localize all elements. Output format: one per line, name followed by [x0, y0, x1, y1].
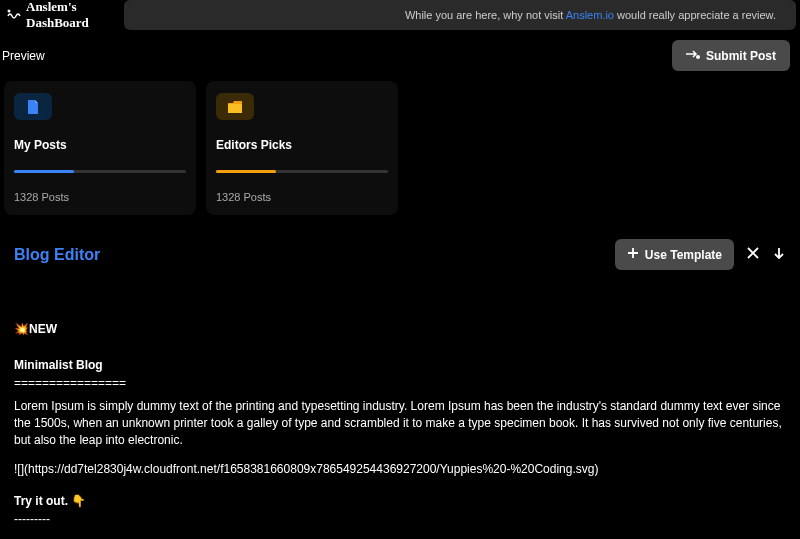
svg-rect-2: [228, 104, 242, 113]
notice-banner: While you are here, why not visit Anslem…: [124, 0, 796, 30]
logo-icon: [6, 6, 22, 24]
editor-title: Blog Editor: [14, 246, 100, 264]
svg-point-0: [8, 10, 11, 13]
plus-icon: [627, 247, 639, 262]
logo-text: Anslem's DashBoard: [26, 0, 124, 31]
editor-content[interactable]: 💥NEW Minimalist Blog ================ Lo…: [14, 320, 786, 539]
banner-link[interactable]: Anslem.io: [566, 9, 614, 21]
image-markdown: ![](https://dd7tel2830j4w.cloudfront.net…: [14, 460, 786, 478]
post-count: 1328 Posts: [216, 191, 388, 203]
use-template-button[interactable]: Use Template: [615, 239, 734, 270]
my-posts-card[interactable]: My Posts 1328 Posts: [4, 81, 196, 215]
blog-editor-panel: Blog Editor Use Template 💥NEW Minimalist…: [4, 229, 796, 539]
app-logo[interactable]: Anslem's DashBoard: [0, 0, 124, 31]
editors-picks-card[interactable]: Editors Picks 1328 Posts: [206, 81, 398, 215]
arrow-down-icon[interactable]: [772, 246, 786, 263]
submit-post-button[interactable]: Submit Post: [672, 40, 790, 71]
file-icon: [14, 93, 52, 120]
new-badge: 💥NEW: [14, 320, 786, 338]
post-count: 1328 Posts: [14, 191, 186, 203]
send-icon: [686, 48, 700, 63]
blog-heading: Minimalist Blog: [14, 356, 786, 374]
svg-point-1: [696, 55, 700, 59]
progress-bar: [14, 170, 186, 173]
preview-tab[interactable]: Preview: [2, 49, 45, 63]
card-title: My Posts: [14, 138, 186, 152]
folder-icon: [216, 93, 254, 120]
blog-body: Lorem Ipsum is simply dummy text of the …: [14, 398, 786, 448]
try-it-label: Try it out. 👇: [14, 492, 786, 510]
card-title: Editors Picks: [216, 138, 388, 152]
close-icon[interactable]: [746, 246, 760, 263]
progress-bar: [216, 170, 388, 173]
